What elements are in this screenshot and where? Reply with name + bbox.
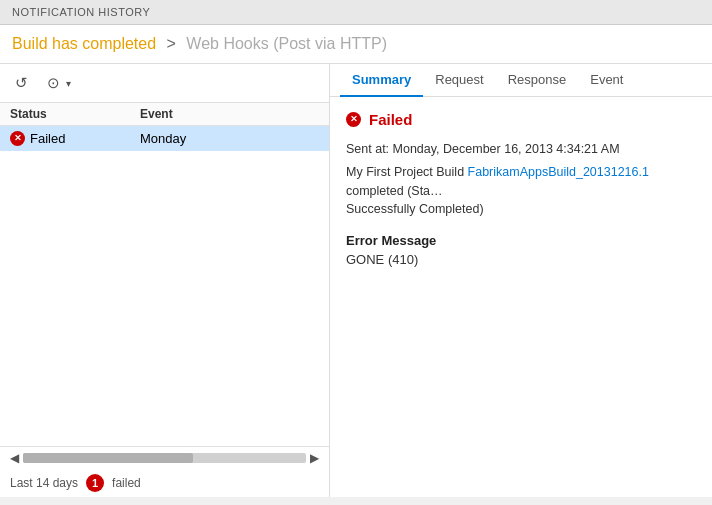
sent-at-text: Sent at: Monday, December 16, 2013 4:34:… — [346, 142, 620, 156]
main-content: ↺ ⊙ ▾ Status Event Failed Monday — [0, 64, 712, 497]
footer-info: Last 14 days 1 failed — [0, 469, 329, 497]
description-link[interactable]: FabrikamAppsBuild_20131216.1 — [468, 165, 649, 179]
tab-request[interactable]: Request — [423, 64, 495, 97]
detail-error-icon — [346, 112, 361, 127]
tab-event[interactable]: Event — [578, 64, 635, 97]
failed-label: failed — [112, 476, 141, 490]
scroll-right-arrow[interactable]: ▶ — [310, 451, 319, 465]
top-bar-title: NOTIFICATION HISTORY — [12, 6, 150, 18]
table-row[interactable]: Failed Monday — [0, 126, 329, 151]
failed-count-badge: 1 — [86, 474, 104, 492]
row-event-cell: Monday — [140, 131, 319, 146]
detail-content: Failed Sent at: Monday, December 16, 201… — [330, 97, 712, 497]
right-panel: Summary Request Response Event Failed Se… — [330, 64, 712, 497]
description-suffix: completed (Sta… — [346, 184, 443, 198]
detail-status: Failed — [346, 111, 696, 128]
left-panel: ↺ ⊙ ▾ Status Event Failed Monday — [0, 64, 330, 497]
top-bar: NOTIFICATION HISTORY — [0, 0, 712, 25]
column-header-event: Event — [140, 107, 319, 121]
description-line2: Successfully Completed) — [346, 202, 484, 216]
detail-status-text: Failed — [369, 111, 412, 128]
detail-description: My First Project Build FabrikamAppsBuild… — [346, 163, 696, 219]
column-header-status: Status — [10, 107, 140, 121]
footer-range-label: Last 14 days — [10, 476, 78, 490]
refresh-icon[interactable]: ↺ — [10, 72, 32, 94]
breadcrumb: Build has completed > Web Hooks (Post vi… — [0, 25, 712, 64]
history-icon[interactable]: ⊙ — [42, 72, 64, 94]
tab-summary[interactable]: Summary — [340, 64, 423, 97]
history-dropdown-arrow[interactable]: ▾ — [66, 78, 71, 89]
scroll-thumb — [23, 453, 193, 463]
tab-bar: Summary Request Response Event — [330, 64, 712, 97]
error-message-label: Error Message — [346, 233, 696, 248]
row-status-cell: Failed — [10, 131, 140, 146]
scroll-track[interactable] — [23, 453, 306, 463]
description-prefix: My First Project Build — [346, 165, 468, 179]
scrollbar[interactable]: ◀ ▶ — [0, 446, 329, 469]
error-message-value: GONE (410) — [346, 252, 696, 267]
breadcrumb-left: Build has completed — [12, 35, 156, 52]
toolbar: ↺ ⊙ ▾ — [0, 64, 329, 103]
table-body: Failed Monday — [0, 126, 329, 446]
tab-response[interactable]: Response — [496, 64, 579, 97]
history-icon-group[interactable]: ⊙ ▾ — [42, 72, 71, 94]
scroll-left-arrow[interactable]: ◀ — [10, 451, 19, 465]
breadcrumb-separator: > — [167, 35, 176, 52]
error-status-icon — [10, 131, 25, 146]
detail-sent-line: Sent at: Monday, December 16, 2013 4:34:… — [346, 140, 696, 159]
table-header: Status Event — [0, 103, 329, 126]
error-message-section: Error Message GONE (410) — [346, 233, 696, 267]
row-status-label: Failed — [30, 131, 65, 146]
breadcrumb-right: Web Hooks (Post via HTTP) — [186, 35, 387, 52]
